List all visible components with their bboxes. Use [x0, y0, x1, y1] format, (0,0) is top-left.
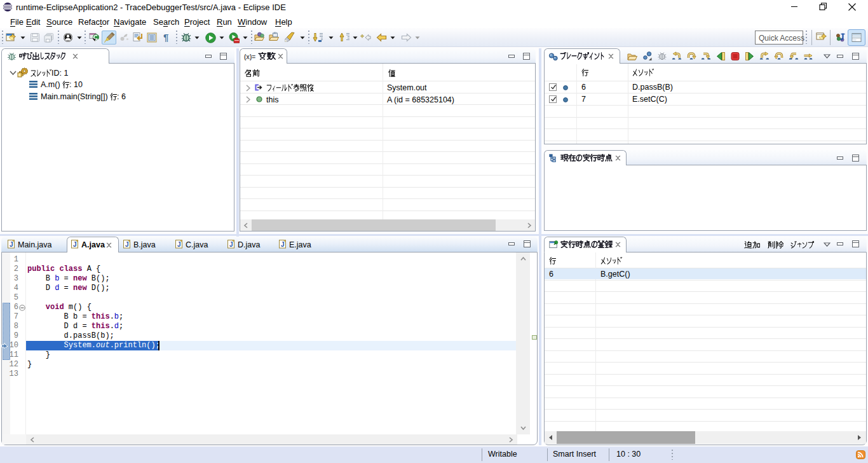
svg-text:J: J	[73, 241, 77, 248]
svg-text:J: J	[10, 241, 13, 248]
svg-text:J: J	[229, 241, 233, 248]
svg-text:J: J	[177, 241, 181, 248]
svg-text:J: J	[281, 241, 285, 248]
svg-text:J: J	[125, 241, 129, 248]
